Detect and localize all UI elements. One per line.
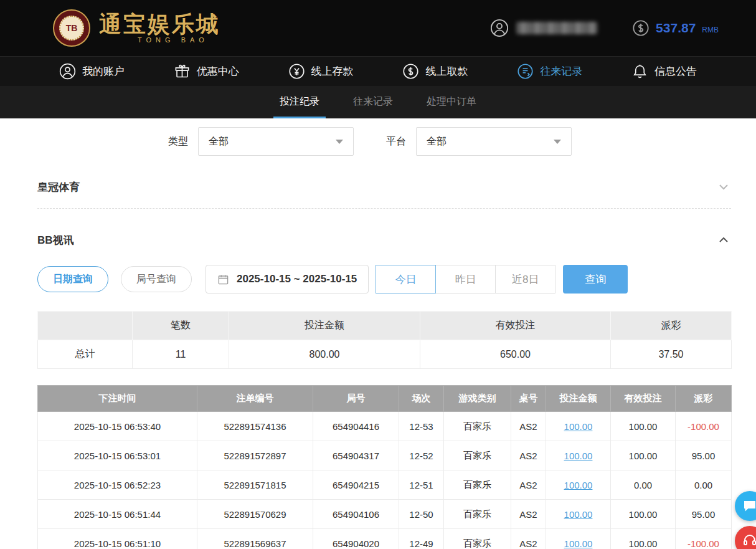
bet-amount-link[interactable]: 100.00: [564, 480, 593, 490]
quick-button-yesterday[interactable]: 昨日: [435, 265, 496, 294]
cell-table: AS2: [511, 529, 546, 549]
quick-date-group: 今日 昨日 近8日: [376, 265, 555, 294]
nav-item-label: 我的账户: [82, 64, 125, 79]
bet-amount-link[interactable]: 100.00: [564, 509, 593, 520]
quick-button-today[interactable]: 今日: [376, 265, 436, 294]
summary-header-count: 笔数: [133, 312, 229, 340]
cell-game: 百家乐: [444, 529, 511, 549]
avatar-icon: [490, 19, 509, 37]
cell-bet-id: 522891571815: [197, 470, 313, 500]
cell-time: 2025-10-15 06:52:23: [38, 470, 197, 500]
balance: 537.87 RMB: [632, 19, 719, 37]
section-crown-sports[interactable]: 皇冠体育: [37, 179, 731, 194]
chevron-up-icon[interactable]: [716, 232, 731, 247]
chat-bubble-icon: [742, 499, 756, 513]
type-dropdown[interactable]: 全部: [198, 127, 354, 156]
summary-total-bet-amount: 800.00: [229, 340, 420, 369]
type-filter-label: 类型: [168, 135, 188, 148]
summary-total-label: 总计: [38, 340, 133, 369]
platform-filter-label: 平台: [386, 135, 406, 148]
bet-amount-link[interactable]: 100.00: [564, 451, 593, 461]
cell-session: 12-52: [399, 441, 444, 470]
nav-item-promotions[interactable]: 优惠中心: [174, 63, 239, 80]
bet-header-bet-id: 注单编号: [197, 386, 313, 412]
header-right: 537.87 RMB: [490, 19, 719, 37]
search-button[interactable]: 查询: [563, 265, 628, 294]
cell-bet-amount: 100.00: [546, 529, 611, 549]
section-title: BB视讯: [37, 233, 74, 247]
user-icon: [59, 63, 76, 80]
bet-records-table: 下注时间 注单编号 局号 场次 游戏类别 桌号 投注金额 有效投注 派彩 202…: [37, 385, 732, 549]
platform-dropdown[interactable]: 全部: [416, 127, 572, 156]
date-range-input[interactable]: 2025-10-15 ~ 2025-10-15: [206, 265, 369, 294]
cell-valid-bet: 100.00: [611, 441, 676, 470]
table-row: 2025-10-15 06:52:23 522891571815 6549042…: [38, 470, 732, 500]
query-bar: 日期查询 局号查询 2025-10-15 ~ 2025-10-15 今日 昨日 …: [37, 265, 731, 294]
bet-header-game: 游戏类别: [444, 386, 511, 412]
headset-icon: [742, 533, 756, 548]
top-header: TB 通宝娱乐城 TONG BAO: [0, 0, 756, 56]
cell-round: 654904106: [313, 500, 399, 529]
main-nav: 我的账户 优惠中心 线上存款: [0, 56, 756, 86]
balance-amount: 537.87: [656, 21, 696, 36]
cell-valid-bet: 0.00: [611, 470, 676, 500]
nav-item-label: 线上取款: [425, 64, 468, 79]
tab-bet-records[interactable]: 投注纪录: [277, 86, 322, 118]
nav-item-transaction-records[interactable]: 往来记录: [517, 63, 582, 80]
summary-header-bet-amount: 投注金额: [229, 312, 420, 340]
gift-icon: [174, 63, 191, 80]
logo: TB 通宝娱乐城 TONG BAO: [53, 9, 220, 47]
cell-valid-bet: 100.00: [611, 412, 676, 441]
bet-header-valid-bet: 有效投注: [611, 386, 676, 412]
nav-item-my-account[interactable]: 我的账户: [59, 63, 125, 80]
tab-transaction-records[interactable]: 往来记录: [351, 86, 395, 118]
nav-item-withdraw[interactable]: 线上取款: [402, 63, 468, 80]
cell-table: AS2: [511, 441, 546, 470]
bet-amount-link[interactable]: 100.00: [564, 421, 593, 432]
summary-header-payout: 派彩: [611, 312, 732, 340]
cell-payout: 95.00: [676, 500, 732, 529]
nav-item-label: 信息公告: [654, 64, 697, 79]
page: TB 通宝娱乐城 TONG BAO: [0, 0, 756, 549]
deposit-coin-icon: [288, 63, 305, 80]
nav-item-label: 线上存款: [311, 64, 354, 79]
summary-total-payout: 37.50: [611, 340, 732, 369]
logo-chip-text: TB: [59, 16, 84, 41]
cell-time: 2025-10-15 06:51:44: [38, 500, 197, 529]
cell-session: 12-50: [399, 500, 444, 529]
section-bb-video[interactable]: BB视讯: [37, 232, 731, 247]
bet-header-time: 下注时间: [38, 386, 197, 412]
cell-payout: -100.00: [676, 412, 732, 441]
platform-dropdown-value: 全部: [427, 135, 447, 148]
cell-round: 654904215: [313, 470, 399, 500]
bet-header-bet-amount: 投注金额: [546, 386, 611, 412]
cell-round: 654904416: [313, 412, 399, 441]
cell-payout: 0.00: [676, 470, 732, 500]
cell-time: 2025-10-15 06:51:10: [38, 529, 197, 549]
cell-game: 百家乐: [444, 500, 511, 529]
cell-bet-amount: 100.00: [546, 441, 611, 470]
quick-button-last-8-days[interactable]: 近8日: [495, 265, 555, 294]
chevron-down-icon: [336, 140, 343, 144]
cell-bet-amount: 100.00: [546, 412, 611, 441]
nav-item-deposit[interactable]: 线上存款: [288, 63, 354, 80]
summary-total-valid-bet: 650.00: [420, 340, 611, 369]
cell-bet-id: 522891574136: [197, 412, 313, 441]
round-query-button[interactable]: 局号查询: [121, 266, 192, 292]
bet-header-round: 局号: [313, 386, 399, 412]
chevron-down-icon[interactable]: [716, 179, 731, 194]
date-range-value: 2025-10-15 ~ 2025-10-15: [237, 273, 357, 285]
cell-payout: -100.00: [676, 529, 732, 549]
user-info[interactable]: [490, 19, 597, 37]
nav-item-announcements[interactable]: 信息公告: [631, 63, 697, 80]
main-content: 类型 全部 平台 全部 皇冠体育 BB视讯: [0, 127, 756, 549]
bet-amount-link[interactable]: 100.00: [564, 538, 593, 549]
tab-processing-orders[interactable]: 处理中订单: [424, 86, 479, 118]
date-query-button[interactable]: 日期查询: [37, 266, 108, 292]
logo-title: 通宝娱乐城: [99, 12, 220, 36]
table-row: 2025-10-15 06:53:01 522891572897 6549043…: [38, 441, 732, 470]
summary-header-row: 笔数 投注金额 有效投注 派彩: [38, 312, 732, 340]
chevron-down-icon: [554, 140, 561, 144]
type-dropdown-value: 全部: [209, 135, 229, 148]
cell-table: AS2: [511, 500, 546, 529]
